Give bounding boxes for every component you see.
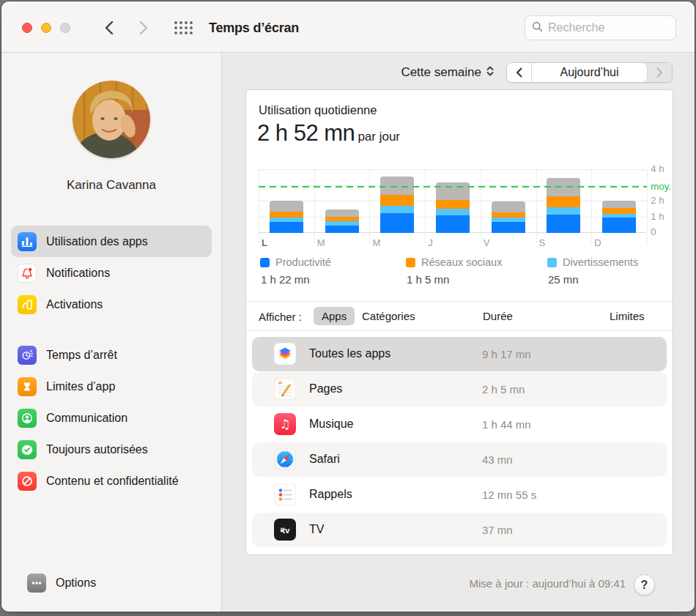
chart-legend: Productivité 1 h 22 mn Réseaux sociaux 1… (246, 256, 673, 297)
chart-bar[interactable] (325, 209, 359, 233)
forward-button (135, 19, 152, 37)
y-axis-tick: 2 h (651, 195, 664, 206)
sidebar-item-content-privacy[interactable]: Contenu et confidentialité (11, 465, 212, 497)
sidebar-item-options[interactable]: Options (21, 567, 202, 598)
chart-bar-segment (436, 182, 470, 200)
day-label: V (484, 237, 490, 248)
sidebar-item-communication[interactable]: Communication (11, 402, 212, 434)
average-label: moy. (651, 181, 671, 192)
tab-categories[interactable]: Catégories (362, 310, 415, 322)
sidebar-item-app-limits[interactable]: Limites d’app (11, 371, 212, 402)
y-axis-tick: 4 h (651, 163, 664, 174)
sidebar-item-always-allowed[interactable]: Toujours autorisées (11, 434, 212, 465)
day-label: J (428, 237, 433, 248)
app-duration: 2 h 5 mn (482, 383, 525, 396)
sidebar-item-label: Options (56, 576, 96, 590)
chart-bar-segment (436, 200, 470, 209)
search-icon (532, 21, 543, 35)
tv-icon: tv (274, 519, 296, 541)
tab-apps[interactable]: Apps (314, 307, 355, 325)
chart-bar-segment (270, 201, 303, 212)
app-list: Toutes les apps 9 h 17 mn “ (246, 337, 673, 548)
app-duration: 37 mn (482, 524, 513, 536)
chart-bar-segment (380, 206, 414, 213)
app-limits-icon (18, 377, 37, 396)
previous-period-button[interactable] (507, 63, 532, 82)
filter-row: Afficher : Apps Catégories Durée Limites (246, 301, 673, 331)
app-name: Toutes les apps (309, 347, 390, 360)
sidebar-item-label: Activations (46, 298, 103, 311)
sidebar-toggle-grid-icon[interactable] (173, 20, 195, 36)
usage-card: Utilisation quotidienne 2 h 52 mnpar jou… (245, 89, 673, 555)
zoom-button (60, 23, 70, 33)
gridline-vertical (536, 170, 537, 243)
sidebar-item-label: Notifications (46, 267, 110, 280)
table-row-all-apps[interactable]: Toutes les apps 9 h 17 mn (252, 337, 667, 371)
all-apps-icon (274, 343, 296, 365)
gridline-vertical (425, 170, 426, 243)
minimize-button[interactable] (41, 23, 51, 33)
back-button[interactable] (100, 19, 117, 37)
period-label: Cette semaine (401, 65, 481, 80)
chart-bar-segment (602, 208, 636, 214)
chart-bar[interactable] (270, 201, 303, 233)
traffic-lights (22, 23, 70, 33)
period-selector[interactable]: Cette semaine (401, 65, 495, 81)
filter-label: Afficher : (259, 311, 302, 323)
chart-bar-segment (325, 226, 359, 233)
day-label: M (372, 237, 380, 248)
legend-item: Divertissements 25 mn (547, 256, 638, 286)
chart-bar-segment (547, 207, 580, 215)
chart-bar[interactable] (492, 201, 525, 233)
help-button[interactable]: ? (634, 574, 655, 595)
table-row-pages[interactable]: “ Pages 2 h 5 mn (252, 372, 667, 407)
gridline-vertical (481, 170, 481, 243)
content-pane: Cette semaine Aujourd’hui Utilisati (222, 53, 695, 612)
safari-icon (274, 448, 296, 470)
sidebar-item-label: Toujours autorisées (46, 443, 148, 456)
window-title: Temps d’écran (209, 21, 299, 36)
usage-chart-plot: LMMJVSD (259, 170, 647, 233)
day-label: S (539, 237, 546, 248)
sidebar-item-downtime[interactable]: Temps d’arrêt (11, 339, 212, 371)
chart-bar-segment (547, 196, 580, 207)
app-usage-icon (18, 232, 37, 251)
downtime-icon (18, 346, 37, 365)
gridline-vertical (314, 170, 315, 243)
y-axis-tick: 1 h (651, 211, 664, 222)
sidebar-item-label: Communication (46, 412, 127, 425)
table-row-tv[interactable]: tv TV 37 mn (252, 513, 667, 547)
chart-bar-segment (602, 201, 636, 208)
table-row-reminders[interactable]: Rappels 12 mn 55 s (252, 478, 667, 512)
svg-text:tv: tv (283, 526, 291, 535)
sidebar-item-app-usage[interactable]: Utilisation des apps (11, 226, 212, 257)
communication-icon (18, 409, 37, 428)
column-header-limits: Limites (610, 310, 645, 322)
sidebar: Karina Cavanna Utilisation des apps (1, 53, 222, 612)
today-button[interactable]: Aujourd’hui (532, 63, 648, 82)
last-updated-text: Mise à jour : aujourd’hui à 09:41 (470, 577, 626, 590)
usage-title: Utilisation quotidienne (259, 103, 377, 117)
gridline-vertical (591, 170, 592, 243)
chart-bar[interactable] (436, 182, 470, 233)
table-row-safari[interactable]: Safari 43 mn (252, 442, 667, 477)
chart-bar[interactable] (380, 177, 414, 233)
table-row-music[interactable]: ♫ Musique 1 h 44 mn (252, 407, 667, 442)
sidebar-item-label: Temps d’arrêt (46, 349, 117, 362)
legend-item: Productivité 1 h 22 mn (260, 256, 331, 286)
legend-label: Divertissements (563, 256, 638, 268)
app-name: Musique (309, 418, 353, 431)
user-name: Karina Cavanna (1, 178, 221, 193)
legend-label: Productivité (275, 256, 331, 268)
chart-bar-segment (436, 215, 470, 233)
sidebar-item-pickups[interactable]: Activations (11, 289, 212, 320)
chart-bar-segment (325, 209, 359, 218)
chart-bar-segment (380, 195, 414, 205)
chart-bar[interactable] (602, 201, 636, 233)
search-field[interactable] (525, 15, 676, 40)
sidebar-nav: Utilisation des apps Notifications (1, 226, 221, 497)
sidebar-item-notifications[interactable]: Notifications (11, 257, 212, 289)
avatar (73, 81, 150, 158)
search-input[interactable] (548, 21, 669, 34)
close-button[interactable] (22, 23, 32, 33)
